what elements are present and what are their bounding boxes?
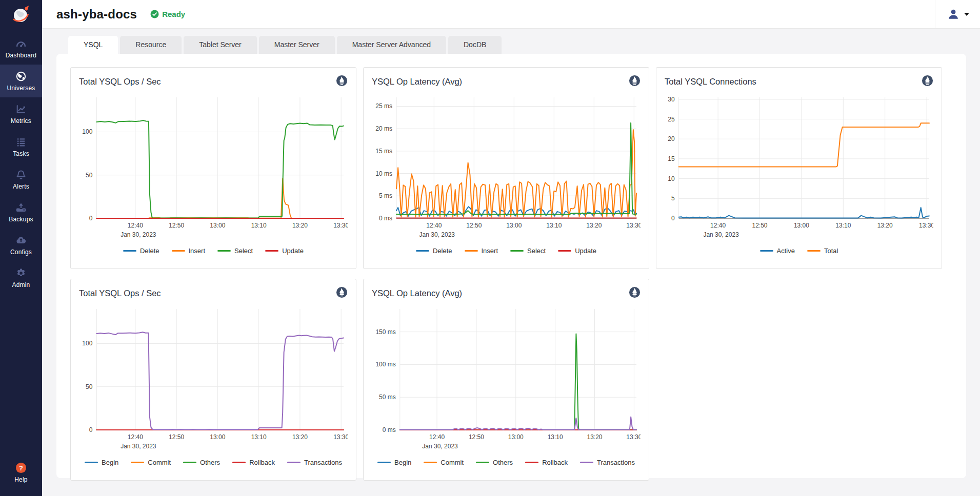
legend-swatch [510, 250, 524, 252]
y-tick-label: 50 ms [379, 394, 396, 401]
prometheus-icon[interactable] [629, 75, 641, 87]
configs-cloud-icon [15, 235, 27, 246]
legend-label: Commit [148, 459, 171, 466]
legend-item-insert[interactable]: Insert [172, 247, 206, 255]
tab-resource[interactable]: Resource [120, 36, 182, 54]
user-menu[interactable] [935, 0, 980, 28]
tab-master-server-advanced[interactable]: Master Server Advanced [337, 36, 446, 54]
chart-card-header: YSQL Op Latency (Avg) [372, 75, 641, 92]
legend-item-commit[interactable]: Commit [131, 459, 171, 466]
y-tick-label: 25 ms [375, 102, 392, 110]
tab-tablet-server[interactable]: Tablet Server [184, 36, 256, 54]
legend-item-others[interactable]: Others [476, 459, 513, 466]
chart-card: Total YSQL Ops / Sec05010012:4012:5013:0… [70, 279, 356, 481]
sidebar-item-tasks[interactable]: Tasks [0, 130, 42, 163]
x-axis-date-label: Jan 30, 2023 [703, 231, 739, 238]
prometheus-icon[interactable] [922, 75, 933, 87]
sidebar-item-alerts[interactable]: Alerts [0, 163, 42, 196]
x-tick-label: 13:10 [548, 433, 563, 441]
sidebar-item-label: Tasks [13, 150, 29, 157]
tab-docdb[interactable]: DocDB [448, 36, 502, 54]
chart-plot: 05010012:4012:5013:0013:1013:2013:30Jan … [79, 93, 348, 242]
chart-legend: BeginCommitOthersRollbackTransactions [372, 459, 641, 466]
prometheus-icon[interactable] [336, 75, 348, 87]
status-badge: Ready [150, 10, 185, 18]
universe-title: ash-yba-docs [56, 7, 137, 22]
sidebar-item-label: Alerts [13, 183, 29, 190]
sidebar-item-dashboard[interactable]: Dashboard [0, 32, 42, 65]
x-tick-label: 13:10 [251, 222, 267, 229]
header: ash-yba-docs Ready [42, 0, 980, 29]
chart-card: Total YSQL Ops / Sec05010012:4012:5013:0… [70, 67, 356, 269]
sidebar-item-metrics[interactable]: Metrics [0, 97, 42, 130]
legend-swatch [123, 250, 136, 252]
legend-item-total[interactable]: Total [807, 247, 838, 255]
legend-item-rollback[interactable]: Rollback [232, 459, 275, 466]
legend-label: Select [234, 247, 253, 255]
tab-ysql[interactable]: YSQL [68, 36, 118, 54]
prometheus-icon[interactable] [336, 286, 348, 298]
metrics-panel: Total YSQL Ops / Sec05010012:4012:5013:0… [56, 54, 966, 478]
legend-item-select[interactable]: Select [217, 247, 253, 255]
sidebar-item-label: Backups [9, 216, 33, 223]
legend-swatch [807, 250, 821, 252]
chart-plot: 0 ms5 ms10 ms15 ms20 ms25 ms12:4012:5013… [372, 93, 641, 242]
legend-item-transactions[interactable]: Transactions [287, 459, 342, 466]
legend-item-transactions[interactable]: Transactions [580, 459, 635, 466]
y-tick-label: 100 ms [375, 361, 395, 368]
legend-item-update[interactable]: Update [265, 247, 304, 255]
tab-master-server[interactable]: Master Server [259, 36, 335, 54]
x-tick-label: 12:50 [169, 433, 184, 441]
sidebar-item-label: Universes [7, 85, 35, 92]
x-axis-date-label: Jan 30, 2023 [121, 443, 156, 450]
legend-label: Others [200, 459, 220, 466]
y-tick-label: 25 [668, 116, 675, 123]
chart-card: YSQL Op Latency (Avg)0 ms50 ms100 ms150 … [363, 279, 649, 481]
legend-item-begin[interactable]: Begin [377, 459, 411, 466]
legend-swatch [476, 462, 489, 463]
legend-swatch [416, 250, 429, 252]
sidebar-item-configs[interactable]: Configs [0, 229, 42, 261]
legend-swatch [465, 250, 478, 252]
x-tick-label: 12:50 [466, 222, 482, 229]
legend-item-rollback[interactable]: Rollback [525, 459, 568, 466]
x-tick-label: 12:40 [429, 433, 445, 441]
admin-gear-icon [15, 267, 27, 279]
x-tick-label: 13:10 [251, 433, 267, 441]
sidebar-item-universes[interactable]: Universes [0, 65, 42, 97]
chart-legend: ActiveTotal [665, 247, 933, 255]
universe-globe-icon [15, 71, 27, 82]
alerts-bell-icon [15, 169, 27, 180]
legend-label: Rollback [249, 459, 275, 466]
legend-item-commit[interactable]: Commit [424, 459, 464, 466]
legend-item-select[interactable]: Select [510, 247, 546, 255]
x-axis-date-label: Jan 30, 2023 [422, 443, 458, 450]
svg-text:?: ? [19, 464, 23, 471]
legend-item-delete[interactable]: Delete [123, 247, 159, 255]
legend-label: Insert [189, 247, 206, 255]
y-tick-label: 0 [89, 215, 93, 222]
x-tick-label: 13:10 [546, 222, 562, 229]
legend-item-insert[interactable]: Insert [465, 247, 498, 255]
yugabyte-logo[interactable] [0, 0, 42, 29]
legend-item-update[interactable]: Update [558, 247, 596, 255]
sidebar-item-help[interactable]: ? Help [0, 456, 42, 489]
x-axis-date-label: Jan 30, 2023 [121, 231, 156, 238]
legend-item-delete[interactable]: Delete [416, 247, 452, 255]
sidebar-item-backups[interactable]: Backups [0, 196, 42, 229]
legend-label: Update [575, 247, 596, 255]
legend-item-begin[interactable]: Begin [85, 459, 118, 466]
legend-item-active[interactable]: Active [760, 247, 795, 255]
prometheus-icon[interactable] [629, 286, 641, 298]
chart-title: YSQL Op Latency (Avg) [372, 286, 462, 298]
sidebar-item-admin[interactable]: Admin [0, 261, 42, 294]
x-tick-label: 13:30 [626, 433, 641, 441]
x-tick-label: 12:50 [752, 222, 768, 229]
x-tick-label: 12:40 [710, 222, 726, 229]
y-tick-label: 5 [671, 195, 675, 202]
legend-item-others[interactable]: Others [183, 459, 220, 466]
y-tick-label: 5 ms [379, 192, 392, 199]
legend-swatch [85, 462, 98, 463]
x-tick-label: 13:30 [626, 222, 641, 229]
series-line-transactions [400, 417, 636, 430]
